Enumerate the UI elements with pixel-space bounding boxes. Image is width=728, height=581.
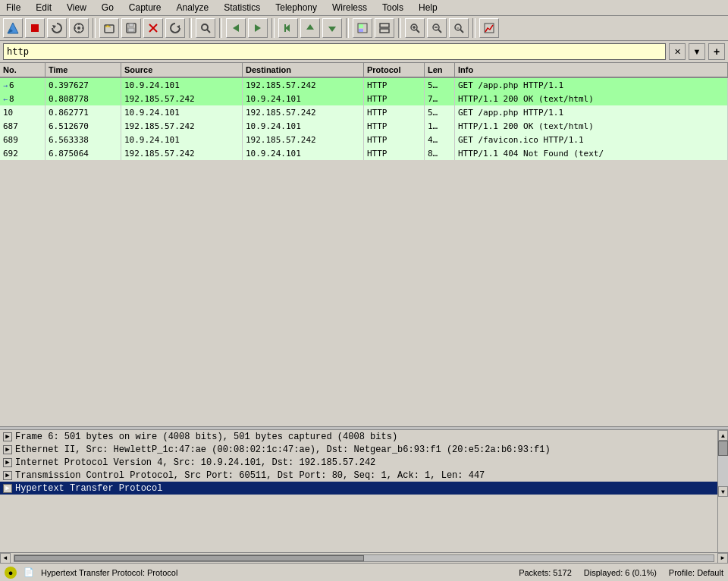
svg-rect-2 xyxy=(31,24,39,32)
td-proto: HTTP xyxy=(364,78,425,92)
close-file-button[interactable] xyxy=(143,18,163,38)
zoom-reset-button[interactable]: = xyxy=(449,18,469,38)
td-src: 192.185.57.242 xyxy=(121,146,243,160)
hscroll-thumb[interactable] xyxy=(14,555,364,561)
toolbar: = xyxy=(0,16,728,41)
col-header-protocol[interactable]: Protocol xyxy=(364,63,425,77)
restart-capture-button[interactable] xyxy=(47,18,67,38)
detail-expand-icon[interactable]: ▶ xyxy=(3,432,12,441)
menu-wireless[interactable]: Wireless xyxy=(329,2,370,14)
detail-row[interactable]: ▶Hypertext Transfer Protocol xyxy=(0,482,717,495)
go-forward-button[interactable] xyxy=(248,18,268,38)
scroll-thumb[interactable] xyxy=(718,441,728,456)
table-row[interactable]: 6896.56333810.9.24.101192.185.57.242HTTP… xyxy=(0,133,728,146)
filter-clear-button[interactable]: ✕ xyxy=(669,43,686,60)
hscroll-left-btn[interactable]: ◄ xyxy=(0,553,11,564)
hscroll-right-btn[interactable]: ► xyxy=(717,553,728,564)
td-no: 687 xyxy=(0,119,46,133)
detail-expand-icon[interactable]: ▶ xyxy=(3,484,12,493)
menu-help[interactable]: Help xyxy=(416,2,441,14)
toolbar-sep-3 xyxy=(219,18,222,38)
svg-marker-23 xyxy=(306,24,314,30)
menu-tools[interactable]: Tools xyxy=(379,2,406,14)
svg-rect-13 xyxy=(129,24,133,27)
td-info: HTTP/1.1 200 OK (text/html) xyxy=(455,92,728,105)
reload-file-button[interactable] xyxy=(165,18,185,38)
go-first-button[interactable] xyxy=(278,18,298,38)
hscroll-bar[interactable] xyxy=(14,554,714,562)
menu-edit[interactable]: Edit xyxy=(33,2,55,14)
detail-expand-icon[interactable]: ▶ xyxy=(3,445,12,454)
td-len: 4… xyxy=(425,133,455,146)
start-capture-button[interactable] xyxy=(3,18,23,38)
table-row[interactable]: ←80.808778192.185.57.24210.9.24.101HTTP7… xyxy=(0,92,728,105)
go-back-button[interactable] xyxy=(226,18,246,38)
menu-statistics[interactable]: Statistics xyxy=(221,2,263,14)
filter-add-button[interactable]: + xyxy=(708,43,725,60)
scroll-down-btn[interactable]: ▼ xyxy=(718,486,728,497)
td-no: 689 xyxy=(0,133,46,146)
menu-file[interactable]: File xyxy=(3,2,24,14)
menu-capture[interactable]: Capture xyxy=(126,2,165,14)
filterbar: ✕ ▼ + xyxy=(0,41,728,63)
zoom-in-button[interactable] xyxy=(405,18,425,38)
scroll-track[interactable] xyxy=(718,441,728,486)
svg-marker-20 xyxy=(255,24,261,32)
detail-expand-icon[interactable]: ▶ xyxy=(3,471,12,480)
td-dst: 10.9.24.101 xyxy=(243,146,364,160)
menu-view[interactable]: View xyxy=(64,2,89,14)
statusbar: ● 📄 Hypertext Transfer Protocol: Protoco… xyxy=(0,563,728,581)
menubar: File Edit View Go Capture Analyze Statis… xyxy=(0,0,728,16)
td-time: 0.862771 xyxy=(46,105,121,119)
td-no: 10 xyxy=(0,105,46,119)
detail-scrollbar[interactable]: ▲ ▼ xyxy=(717,430,728,552)
svg-rect-22 xyxy=(284,24,286,32)
td-dst: 192.185.57.242 xyxy=(243,105,364,119)
scroll-to-begin-button[interactable] xyxy=(300,18,320,38)
status-right: Packets: 5172 Displayed: 6 (0.1%) Profil… xyxy=(519,568,723,577)
detail-row[interactable]: ▶Transmission Control Protocol, Src Port… xyxy=(0,469,717,482)
svg-marker-19 xyxy=(233,24,239,32)
toggle-subpanes-button[interactable] xyxy=(375,18,394,38)
menu-go[interactable]: Go xyxy=(99,2,117,14)
scroll-to-end-button[interactable] xyxy=(322,18,342,38)
menu-telephony[interactable]: Telephony xyxy=(272,2,320,14)
td-len: 5… xyxy=(425,105,455,119)
col-header-info[interactable]: Info xyxy=(455,63,728,77)
table-row[interactable]: 6876.512670192.185.57.24210.9.24.101HTTP… xyxy=(0,119,728,133)
detail-row[interactable]: ▶Ethernet II, Src: HewlettP_1c:47:ae (00… xyxy=(0,443,717,456)
colorize-button[interactable] xyxy=(353,18,372,38)
menu-analyze[interactable]: Analyze xyxy=(174,2,212,14)
detail-panel: ▶Frame 6: 501 bytes on wire (4008 bits),… xyxy=(0,430,717,552)
toolbar-sep-4 xyxy=(271,18,275,38)
col-header-time[interactable]: Time xyxy=(46,63,121,77)
svg-rect-29 xyxy=(380,29,389,33)
detail-row[interactable]: ▶Internet Protocol Version 4, Src: 10.9.… xyxy=(0,456,717,469)
col-header-no[interactable]: No. xyxy=(0,63,46,77)
zoom-out-button[interactable] xyxy=(427,18,447,38)
table-row[interactable]: →60.39762710.9.24.101192.185.57.242HTTP5… xyxy=(0,78,728,92)
capture-options-button[interactable] xyxy=(69,18,89,38)
col-header-destination[interactable]: Destination xyxy=(243,63,364,77)
stop-capture-button[interactable] xyxy=(25,18,45,38)
filter-dropdown-button[interactable]: ▼ xyxy=(689,43,705,60)
td-time: 6.563338 xyxy=(46,133,121,146)
filter-input[interactable] xyxy=(3,43,666,60)
col-header-source[interactable]: Source xyxy=(121,63,243,77)
detail-row[interactable]: ▶Frame 6: 501 bytes on wire (4008 bits),… xyxy=(0,430,717,443)
svg-line-38 xyxy=(460,30,463,33)
svg-line-18 xyxy=(207,30,210,33)
scroll-up-btn[interactable]: ▲ xyxy=(718,430,728,441)
io-graph-button[interactable] xyxy=(479,18,499,38)
svg-line-31 xyxy=(416,30,419,33)
td-len: 5… xyxy=(425,78,455,92)
detail-expand-icon[interactable]: ▶ xyxy=(3,458,12,467)
td-len: 1… xyxy=(425,119,455,133)
table-row[interactable]: 100.86277110.9.24.101192.185.57.242HTTP5… xyxy=(0,105,728,119)
find-packet-button[interactable] xyxy=(196,18,215,38)
col-header-length[interactable]: Len xyxy=(425,63,455,77)
open-file-button[interactable] xyxy=(99,18,119,38)
table-row[interactable]: 6926.875064192.185.57.24210.9.24.101HTTP… xyxy=(0,146,728,160)
save-file-button[interactable] xyxy=(121,18,141,38)
detail-row-label: Frame 6: 501 bytes on wire (4008 bits), … xyxy=(15,432,397,442)
